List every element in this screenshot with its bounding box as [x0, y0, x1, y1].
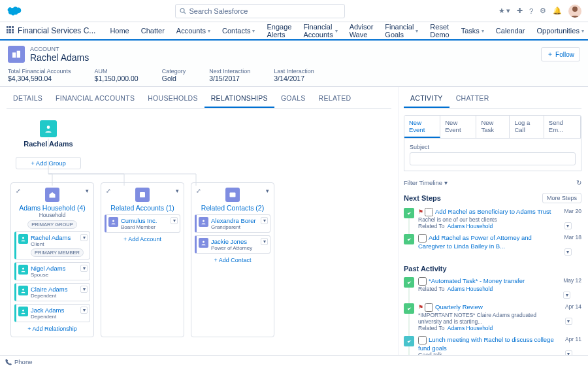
side-tab-chatter[interactable]: CHATTER: [449, 90, 496, 108]
member-card[interactable]: Cumulus Inc.Board Member▾: [105, 214, 180, 233]
member-menu-icon[interactable]: ▾: [261, 238, 268, 245]
member-menu-icon[interactable]: ▾: [261, 217, 268, 224]
svg-point-5: [22, 237, 24, 239]
nav-item-financial-goals[interactable]: Financial Goals▾: [380, 23, 423, 39]
phone-icon[interactable]: [5, 359, 12, 365]
member-card[interactable]: Rachel AdamsClientPRIMARY MEMBER▾: [14, 231, 90, 259]
past-activity-heading: Past Activity: [404, 265, 581, 273]
refresh-icon[interactable]: ↻: [576, 179, 581, 186]
side-tab-activity[interactable]: ACTIVITY: [404, 90, 449, 108]
member-menu-icon[interactable]: ▾: [80, 234, 88, 241]
app-launcher-icon[interactable]: [7, 26, 14, 35]
activity-checkbox[interactable]: [425, 208, 433, 216]
member-menu-icon[interactable]: ▾: [80, 265, 88, 272]
group-menu-icon[interactable]: ▾: [176, 188, 179, 194]
nav-item-reset-demo[interactable]: Reset Demo: [425, 23, 454, 39]
activity-checkbox[interactable]: [425, 303, 433, 312]
tab-relationships[interactable]: RELATIONSHIPS: [204, 90, 274, 108]
more-steps-button[interactable]: More Steps: [542, 193, 581, 203]
nav-item-chatter[interactable]: Chatter: [136, 23, 170, 39]
member-menu-icon[interactable]: ▾: [80, 286, 88, 293]
nav-item-engage-alerts[interactable]: Engage Alerts: [261, 23, 297, 39]
activity-expand-icon[interactable]: ▾: [564, 222, 572, 229]
nav-item-accounts[interactable]: Accounts▾: [171, 23, 216, 39]
related-link[interactable]: Adams Household: [448, 286, 493, 292]
setup-gear-icon[interactable]: ⚙: [540, 7, 546, 15]
global-add-icon[interactable]: ✚: [517, 7, 523, 15]
add-group-button[interactable]: + Add Group: [16, 157, 81, 169]
nav-item-calendar[interactable]: Calendar: [491, 23, 531, 39]
nav-item-tasks[interactable]: Tasks▾: [456, 23, 489, 39]
composer-tab[interactable]: Send Em...: [544, 116, 581, 138]
expand-icon[interactable]: ⤢: [196, 188, 201, 194]
phone-label[interactable]: Phone: [14, 358, 32, 365]
composer-tab[interactable]: Log a Call: [510, 116, 544, 138]
add-member-button[interactable]: + Add Account: [105, 236, 180, 243]
member-menu-icon[interactable]: ▾: [171, 217, 178, 224]
group-menu-icon[interactable]: ▾: [86, 188, 89, 194]
tab-details[interactable]: DETAILS: [7, 90, 49, 108]
member-card[interactable]: Claire AdamsDependent▾: [14, 283, 90, 301]
nav-item-advisor-wave[interactable]: Advisor Wave: [344, 23, 379, 39]
timeline-item: ⚑Add Rachel as Beneficiary to Adams Trus…: [404, 208, 581, 229]
flag-icon: ⚑: [418, 209, 423, 215]
help-icon[interactable]: ?: [529, 7, 533, 15]
related-link[interactable]: Adams Household: [448, 223, 493, 229]
global-search[interactable]: Search Salesforce: [175, 4, 345, 18]
member-card[interactable]: Alexandra BorerGrandparent▾: [195, 214, 270, 233]
side-tabs: ACTIVITYCHATTER: [404, 90, 581, 109]
activity-title[interactable]: Lunch meeting with Rachel to discuss col…: [418, 336, 561, 352]
group-title[interactable]: Adams Household (4): [14, 204, 90, 212]
related-link[interactable]: Adams Household: [448, 325, 493, 331]
activity-title[interactable]: ⚑Add Rachel as Beneficiary to Adams Trus…: [418, 208, 561, 216]
member-card[interactable]: Jackie JonesPower of Attorney▾: [195, 235, 270, 254]
activity-title[interactable]: *Automated Task* - Money transfer: [418, 277, 559, 286]
group-title[interactable]: Related Accounts (1): [105, 204, 180, 212]
group-menu-icon[interactable]: ▾: [266, 188, 269, 194]
composer-tab[interactable]: New Event: [440, 116, 476, 138]
notifications-bell-icon[interactable]: 🔔: [553, 7, 562, 15]
search-placeholder: Search Salesforce: [189, 7, 248, 15]
subject-input[interactable]: [410, 152, 576, 165]
expand-icon[interactable]: ⤢: [16, 188, 21, 194]
nav-items: HomeChatterAccounts▾Contacts▾Engage Aler…: [105, 23, 588, 39]
member-card[interactable]: Jack AdamsDependent▾: [14, 304, 90, 322]
activity-expand-icon[interactable]: ▾: [563, 292, 570, 299]
nav-item-home[interactable]: Home: [105, 23, 134, 39]
activity-title[interactable]: Add Rachel as Power of Attorney and Care…: [418, 234, 561, 250]
activity-checkbox[interactable]: [418, 277, 427, 286]
tab-goals[interactable]: GOALS: [274, 90, 312, 108]
activity-title[interactable]: ⚑Quarterly Review: [418, 303, 561, 312]
member-card[interactable]: Nigel AdamsSpouse▾: [14, 262, 90, 280]
app-name: Financial Services C...: [18, 26, 95, 35]
activity-date: Apr 11: [565, 336, 581, 343]
activity-checkbox[interactable]: [418, 336, 427, 344]
main-column: DETAILSFINANCIAL ACCOUNTSHOUSEHOLDSRELAT…: [0, 87, 399, 362]
tab-financial-accounts[interactable]: FINANCIAL ACCOUNTS: [49, 90, 141, 108]
activity-expand-icon[interactable]: ▾: [564, 248, 572, 256]
composer-tab[interactable]: New Event: [404, 116, 440, 138]
root-person-icon[interactable]: [40, 120, 57, 137]
add-member-button[interactable]: + Add Relationship: [14, 326, 90, 332]
nav-item-financial-accounts[interactable]: Financial Accounts▾: [298, 23, 342, 39]
composer-tab[interactable]: New Task: [476, 116, 510, 138]
highlights-panel: Total Financial Accounts$4,304,590.04AUM…: [8, 68, 580, 82]
add-member-button[interactable]: + Add Contact: [195, 257, 270, 263]
tab-households[interactable]: HOUSEHOLDS: [141, 90, 204, 108]
timeline-item: *Automated Task* - Money transferRelated…: [404, 277, 581, 299]
activity-type-icon: [404, 234, 414, 244]
next-steps-list: ⚑Add Rachel as Beneficiary to Adams Trus…: [404, 208, 581, 256]
nav-item-opportunities[interactable]: Opportunities▾: [531, 23, 588, 39]
group-title[interactable]: Related Contacts (2): [195, 204, 270, 212]
timeline-filter[interactable]: Filter Timeline ▾ ↻: [404, 179, 581, 186]
member-menu-icon[interactable]: ▾: [80, 307, 88, 314]
nav-item-contacts[interactable]: Contacts▾: [217, 23, 260, 39]
activity-date: Mar 20: [564, 208, 581, 214]
activity-expand-icon[interactable]: ▾: [565, 318, 572, 325]
user-avatar[interactable]: [568, 5, 581, 18]
favorites-menu[interactable]: ★▾: [498, 7, 510, 15]
expand-icon[interactable]: ⤢: [106, 188, 111, 194]
activity-checkbox[interactable]: [418, 234, 427, 243]
follow-button[interactable]: ＋Follow: [541, 47, 580, 61]
tab-related[interactable]: RELATED: [312, 90, 358, 108]
